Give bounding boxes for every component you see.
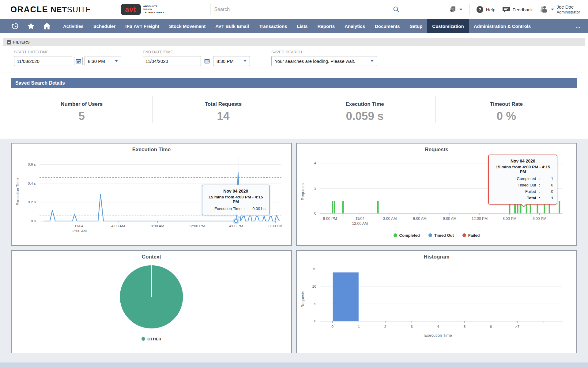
requests-tooltip: Nov 04 2020 15 mins from 4:00 PM - 4:15 …	[488, 155, 557, 205]
tooltip-date: Nov 04 2020	[492, 158, 553, 164]
failed-dot-icon	[462, 233, 466, 237]
nav-item-ifs-avt-freight[interactable]: IFS AVT Freight	[120, 19, 164, 33]
saved-search-value: Your searches are loading. Please wait.	[275, 59, 355, 64]
metric-number-of-users: Number of Users 5	[11, 96, 152, 123]
end-time-value: 8:30 PM	[217, 59, 234, 64]
start-date-calendar-icon[interactable]	[74, 57, 83, 65]
svg-text:4: 4	[437, 324, 439, 329]
nav-item-customization-active[interactable]: Customization	[427, 19, 469, 33]
execution-time-chart-panel: Execution Time Execution Time 0 s0.2 s0.…	[11, 143, 292, 246]
brand-suite: SUITE	[67, 5, 91, 14]
home-icon[interactable]	[41, 20, 53, 32]
legend-completed: Completed	[394, 233, 420, 238]
svg-text:0: 0	[331, 324, 334, 329]
legend-timed-out: Timed Out	[428, 233, 454, 238]
svg-text:0 s: 0 s	[31, 219, 36, 223]
start-datetime-group: START DATE/TIME 8:30 PM	[14, 50, 121, 66]
saved-search-label: SAVED SEARCH	[271, 50, 377, 54]
feedback-label: Feedback	[513, 7, 533, 12]
nav-item-activities[interactable]: Activities	[58, 19, 89, 33]
quick-add-button[interactable]	[449, 6, 462, 13]
feedback-button[interactable]: Feedback	[502, 6, 533, 13]
start-time-select[interactable]: 8:30 PM	[85, 56, 121, 66]
svg-text:5: 5	[463, 324, 466, 329]
svg-text:9:00 AM: 9:00 AM	[443, 217, 457, 221]
collapse-filters-icon[interactable]	[7, 40, 11, 44]
start-datetime-label: START DATE/TIME	[14, 50, 121, 54]
chevron-down-icon	[243, 60, 247, 62]
metric-value: 0 %	[436, 110, 577, 123]
context-pie-chart[interactable]	[15, 261, 288, 334]
nav-item-documents[interactable]: Documents	[370, 19, 405, 33]
svg-text:4: 4	[314, 161, 316, 165]
svg-text:>7: >7	[515, 324, 519, 329]
legend-failed: Failed	[462, 233, 480, 238]
completed-dot-icon	[394, 233, 397, 237]
tooltip-range: 15 mins from 4:00 PM - 4:15 PM	[492, 164, 553, 175]
histogram-chart-panel: Histogram Requests 0510150123456>7Execut…	[296, 250, 577, 353]
legend-other: OTHER	[141, 337, 161, 341]
svg-text:1: 1	[358, 324, 360, 329]
chart-title: Context	[15, 254, 288, 260]
search-icon[interactable]	[393, 6, 400, 13]
tooltip-date: Nov 04 2020	[206, 188, 266, 194]
user-menu[interactable]: Joe Doe Administrator	[539, 4, 580, 15]
help-label: Help	[486, 7, 496, 12]
oracle-netsuite-logo[interactable]: ORACLE NETSUITE	[10, 5, 91, 14]
recent-records-icon[interactable]	[9, 20, 21, 32]
nav-item-setup[interactable]: Setup	[405, 19, 428, 33]
svg-text:6:00 AM: 6:00 AM	[413, 217, 427, 221]
saved-search-select[interactable]: Your searches are loading. Please wait.	[271, 56, 377, 66]
svg-text:0.4 s: 0.4 s	[28, 181, 36, 186]
tooltip-range: 15 mins from 4:00 PM - 4:15 PM	[206, 194, 266, 205]
start-time-value: 8:30 PM	[88, 59, 105, 64]
svg-text:9:00 PM: 9:00 PM	[323, 217, 337, 221]
svg-text:?: ?	[478, 7, 481, 12]
svg-text:3:00 AM: 3:00 AM	[383, 217, 397, 221]
header-divider	[469, 4, 469, 15]
nav-item-avt-bulk-email[interactable]: AVT Bulk Email	[210, 19, 254, 33]
main-navigation: Activities Scheduler IFS AVT Freight Sto…	[0, 19, 588, 33]
nav-item-transactions[interactable]: Transactions	[254, 19, 292, 33]
feedback-icon	[502, 6, 510, 13]
end-datetime-group: END DATE/TIME 8:30 PM	[143, 50, 250, 66]
brand-net: NET	[51, 5, 67, 14]
chart-title: Execution Time	[15, 147, 288, 153]
help-button[interactable]: ? Help	[476, 6, 496, 13]
histogram-bar-chart[interactable]: 0510150123456>7Execution Time	[300, 261, 573, 341]
svg-text:12:00 PM: 12:00 PM	[189, 224, 205, 228]
nav-item-scheduler[interactable]: Scheduler	[89, 19, 121, 33]
svg-text:2: 2	[384, 324, 386, 329]
avt-badge: avt	[121, 4, 141, 15]
svg-text:2: 2	[314, 186, 316, 190]
search-input[interactable]	[210, 4, 403, 15]
header-actions: ? Help Feedback Joe Doe Administrator	[449, 4, 580, 15]
saved-search-details-card: Saved Search Details Number of Users 5 T…	[11, 78, 577, 133]
svg-text:Execution Time: Execution Time	[424, 333, 452, 338]
user-roles-icon	[539, 5, 548, 14]
saved-search-details-title: Saved Search Details	[11, 78, 577, 88]
svg-text:0: 0	[314, 211, 316, 216]
svg-text:8:00 AM: 8:00 AM	[151, 224, 164, 228]
start-date-input[interactable]	[14, 56, 72, 66]
end-time-select[interactable]: 8:30 PM	[213, 56, 250, 66]
nav-overflow-ellipsis[interactable]: ...	[568, 19, 588, 33]
end-date-calendar-icon[interactable]	[203, 57, 211, 65]
end-date-input[interactable]	[143, 56, 201, 66]
brand-oracle: ORACLE	[10, 5, 48, 14]
nav-item-lists[interactable]: Lists	[292, 19, 313, 33]
chart-title: Histogram	[300, 254, 573, 260]
nav-item-analytics[interactable]: Analytics	[340, 19, 370, 33]
svg-text:3:00 PM: 3:00 PM	[503, 217, 516, 221]
nav-item-reports[interactable]: Reports	[313, 19, 340, 33]
nav-item-stock-movement[interactable]: Stock Movement	[164, 19, 210, 33]
nav-item-administration-controls[interactable]: Administration & Controls	[469, 19, 536, 33]
add-record-icon	[449, 6, 457, 13]
svg-text:5: 5	[314, 302, 316, 306]
filters-title: FILTERS	[13, 40, 30, 44]
saved-search-group: SAVED SEARCH Your searches are loading. …	[271, 50, 377, 66]
svg-text:11/04: 11/04	[74, 224, 84, 228]
shortcuts-star-icon[interactable]	[25, 20, 37, 32]
metric-value: 0.059 s	[294, 110, 435, 123]
metric-value: 14	[153, 110, 294, 123]
